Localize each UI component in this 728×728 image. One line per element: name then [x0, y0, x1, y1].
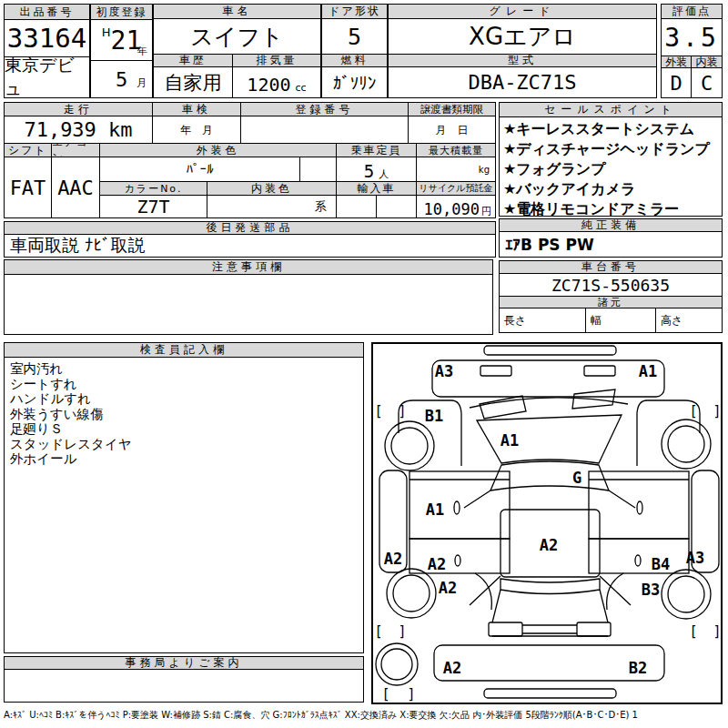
spare-wheel-inner [381, 649, 412, 680]
interior-grade-value: C [691, 67, 723, 98]
transfer-docs-header: 譲渡書類期限 [408, 102, 496, 116]
history-value: 自家用 [153, 66, 233, 98]
bracket-mark: [ [689, 623, 697, 640]
aircon-header: エアコン [51, 143, 100, 157]
shift-header: シフト [4, 143, 52, 157]
inspector-note-item: 室内汚れ [10, 361, 363, 377]
car-name-header: 車名 [153, 4, 321, 19]
sales-point-item: ★フォグランプ [503, 159, 722, 179]
sales-point-item: ★キーレススタートシステム [503, 119, 722, 139]
damage-label-left-front-fender: B1 [425, 407, 443, 425]
import-header: 輸入車 [336, 181, 417, 196]
first-registration-month-cell: 5 月 [90, 60, 153, 98]
inspector-notes-list: 室内汚れシートすれハンドルすれ外装うすい線傷足廻りＳスタッドレスタイヤ外ホイール [4, 357, 364, 653]
tail-light-bar [522, 625, 577, 633]
fuel-value: ｶﾞｿﾘﾝ [321, 66, 388, 98]
capacity-header: 乗車定員 [336, 143, 417, 157]
rear-right-wheel-inner [668, 576, 704, 612]
hood-panel [477, 415, 622, 463]
color-no-value: Z7T [99, 195, 207, 218]
spec-height-cell: 高さ [655, 308, 723, 333]
damage-label-rear-bumper-right: B2 [629, 659, 647, 677]
inspector-note-item: 足廻りＳ [10, 421, 363, 437]
chassis-number-value: ZC71S-550635 [499, 273, 723, 297]
bracket-mark: ] [713, 623, 721, 640]
first-registration-year-cell: H21 年 [90, 19, 153, 61]
recycle-deposit-unit: 円 [481, 205, 491, 218]
inspector-note-item: ハンドルすれ [10, 391, 363, 407]
car-name-value: スイフト [153, 18, 321, 55]
tailgate-outline [492, 590, 608, 636]
damage-label-windshield-glass: G [572, 469, 581, 487]
sales-point-item: ★電格リモコンドアミラー [503, 199, 722, 219]
history-header: 車歴 [153, 54, 233, 67]
recycle-deposit-header: リサイクル預託金 [416, 181, 496, 196]
damage-label-front-bumper-left: A3 [435, 362, 453, 380]
front-right-wheel [662, 420, 711, 469]
first-registration-header: 初度登録 [90, 4, 153, 20]
capacity-value: 5 [364, 161, 374, 181]
right-front-door-handle [637, 501, 642, 514]
score-header: 評価点 [661, 4, 723, 19]
door-shape-value: 5 [321, 18, 388, 55]
rear-left-wheel-inner [393, 575, 430, 612]
mileage-header: 走行 [4, 102, 153, 116]
registration-number-value [240, 116, 409, 144]
damage-label-right-rear-quarter: B3 [642, 581, 660, 599]
shift-value: FAT [4, 157, 52, 218]
right-front-door-panel [589, 471, 689, 539]
shaken-value: 年 月 [152, 116, 241, 144]
bracket-mark: [ [381, 686, 389, 703]
aircon-value: AAC [51, 157, 100, 218]
model-code-header: 型式 [388, 54, 657, 67]
rear-window [500, 579, 600, 594]
year-unit: 年 [137, 45, 147, 58]
front-vent-left [480, 366, 511, 376]
sales-points-header: セールスポイント [499, 102, 723, 117]
front-right-wheel-inner [668, 426, 704, 462]
auction-sheet: 出品番号 33164 東京デビュ 初度登録 H21 年 5 月 車名 スイフト … [0, 0, 728, 728]
damage-label-right-rear-door: B4 [652, 555, 670, 573]
tail-light-right [577, 622, 611, 636]
exterior-color-value: ﾊﾟｰﾙ [99, 157, 300, 182]
interior-grade-header: 内装 [691, 56, 723, 68]
inspector-note-item: シートすれ [10, 377, 363, 392]
fuel-header: 燃料 [321, 54, 388, 67]
bracket-mark: [ [689, 403, 697, 420]
damage-label-left-rear-door: A2 [428, 555, 446, 573]
displacement-value: 1200 [247, 74, 290, 96]
rear-plate-slot [484, 689, 616, 698]
capacity-unit: 人 [379, 167, 389, 181]
exterior-color-header: 外装色 [99, 143, 337, 157]
color-no-header: カラーNo. [99, 181, 207, 196]
front-plate-slot [484, 346, 616, 355]
displacement-value-cell: 1200cc [232, 66, 321, 98]
left-front-door-handle [454, 501, 460, 514]
caution-notes-header: 注意事項欄 [4, 259, 493, 275]
bracket-mark: [ [374, 403, 382, 420]
venue-value: 東京デビュ [4, 56, 90, 98]
inspector-note-item: スタッドレスタイヤ [10, 437, 363, 452]
caution-notes-body [4, 274, 493, 335]
registration-month: 5 [116, 68, 127, 91]
registration-number-header: 登録番号 [240, 102, 409, 116]
displacement-header: 排気量 [232, 54, 321, 67]
front-vent-right [584, 366, 615, 376]
bracket-mark: [ [374, 623, 382, 640]
grade-header: グレード [388, 4, 657, 19]
bracket-mark: ] [398, 623, 406, 640]
later-shipping-parts-value: 車両取説 ﾅﾋﾞ取説 [4, 234, 496, 258]
car-damage-diagram-box: A3A1B1A1GA1A2A2A2A2B4A3B3A2B2[][][][][] [371, 342, 723, 704]
damage-label-rear-bumper-left: A2 [443, 659, 461, 677]
right-rear-door-panel [589, 539, 689, 573]
spec-length-cell: 長さ [499, 308, 586, 333]
exterior-color-extra-cell [299, 157, 337, 182]
lot-number-header: 出品番号 [4, 4, 90, 20]
damage-label-roof: A2 [540, 536, 558, 554]
mileage-value: 71,939 km [4, 116, 153, 144]
door-shape-header: ドア形状 [321, 4, 388, 19]
import-value-cell-1 [336, 195, 377, 218]
damage-label-right-sill: A3 [686, 549, 704, 567]
damage-label-left-sill: A2 [384, 550, 402, 568]
rear-left-wheel [387, 569, 436, 618]
